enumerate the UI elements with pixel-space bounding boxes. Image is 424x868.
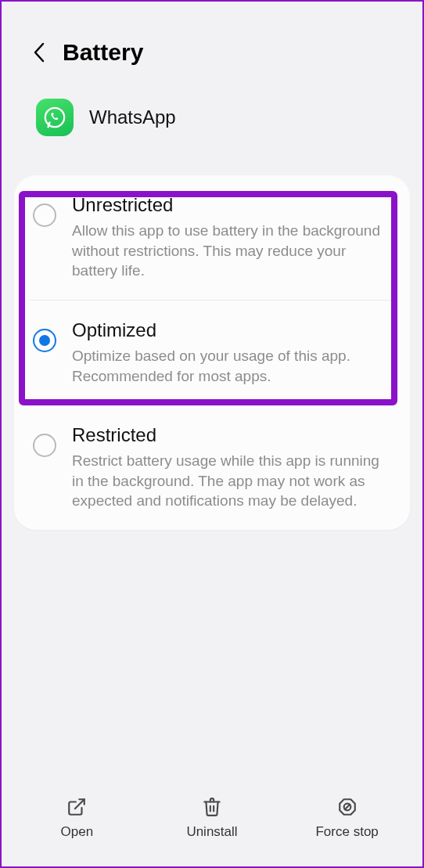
app-header: WhatsApp — [2, 74, 422, 175]
page-title: Battery — [63, 39, 143, 66]
radio-restricted[interactable] — [33, 434, 56, 457]
option-title: Unrestricted — [72, 194, 394, 216]
open-button[interactable]: Open — [18, 796, 135, 840]
whatsapp-icon — [36, 99, 74, 136]
option-title: Restricted — [72, 424, 394, 446]
option-desc: Restrict battery usage while this app is… — [72, 451, 394, 511]
option-title: Optimized — [72, 319, 394, 341]
stop-icon — [336, 796, 358, 818]
radio-optimized[interactable] — [33, 329, 56, 352]
bottom-nav: Open Uninstall Force stop — [2, 780, 422, 866]
nav-label: Force stop — [315, 824, 378, 840]
option-optimized[interactable]: Optimized Optimize based on your usage o… — [14, 301, 410, 405]
nav-label: Uninstall — [186, 824, 237, 840]
back-button[interactable] — [27, 40, 52, 65]
radio-unrestricted[interactable] — [33, 203, 56, 227]
option-restricted[interactable]: Restricted Restrict battery usage while … — [14, 405, 410, 530]
svg-line-1 — [75, 799, 84, 809]
force-stop-button[interactable]: Force stop — [289, 796, 406, 840]
trash-icon — [201, 796, 223, 818]
svg-line-6 — [344, 805, 350, 810]
chevron-left-icon — [31, 41, 47, 63]
nav-label: Open — [61, 824, 94, 840]
app-name: WhatsApp — [89, 106, 176, 128]
battery-options-card: Unrestricted Allow this app to use batte… — [14, 175, 410, 530]
svg-point-0 — [45, 108, 64, 127]
option-desc: Allow this app to use battery in the bac… — [72, 221, 394, 281]
uninstall-button[interactable]: Uninstall — [153, 796, 271, 840]
option-unrestricted[interactable]: Unrestricted Allow this app to use batte… — [14, 175, 410, 300]
option-desc: Optimize based on your usage of this app… — [72, 346, 394, 386]
open-icon — [66, 796, 88, 818]
